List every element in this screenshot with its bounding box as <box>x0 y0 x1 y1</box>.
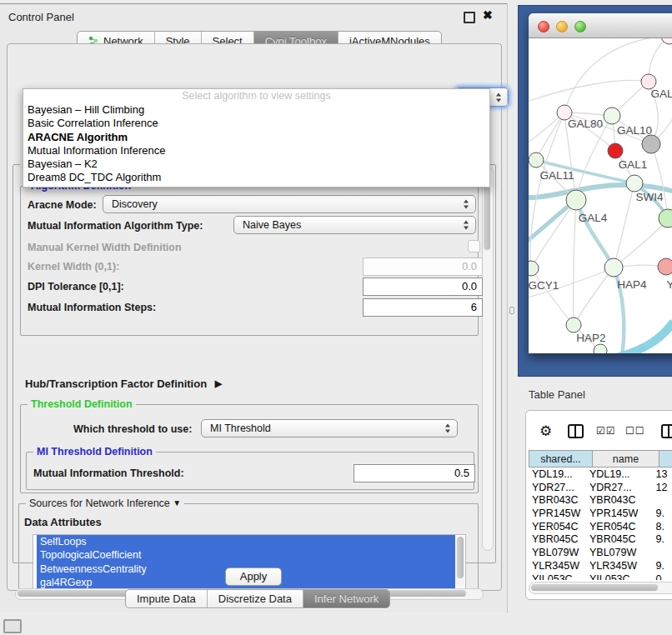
column-header-name[interactable]: name <box>593 450 659 468</box>
network-edge[interactable] <box>564 38 669 112</box>
network-edge[interactable] <box>536 112 564 160</box>
mi-threshold-field[interactable]: 0.5 <box>354 464 475 482</box>
algorithm-definition-group: Algorithm Definition Aracne Mode: Discov… <box>20 186 479 336</box>
network-node[interactable] <box>626 175 643 192</box>
algorithm-option[interactable]: Bayesian – Hill Climbing <box>23 103 489 117</box>
dock-panel-icon[interactable] <box>3 619 22 633</box>
table-row[interactable]: YDR27...YDR27...12 <box>529 482 672 495</box>
table-cell: YLR345W <box>529 560 588 573</box>
panel-divider[interactable] <box>507 3 508 612</box>
hub-section-toggle[interactable]: Hub/Transcription Factor Definition ▶ <box>25 378 217 390</box>
network-node-label: GAL1 <box>619 158 648 171</box>
sources-group-title[interactable]: Sources for Network Inference ▼ <box>26 498 184 509</box>
mi-algorithm-type-combo[interactable]: Naive Bayes <box>233 216 476 234</box>
manual-kernel-checkbox[interactable] <box>468 240 480 252</box>
table-cell: YBL079W <box>529 547 588 560</box>
network-node-label: HAP4 <box>617 278 647 291</box>
algorithm-option[interactable]: Basic Correlation Inference <box>23 117 489 130</box>
algorithm-option[interactable]: ARACNE Algorithm <box>23 131 489 144</box>
algorithm-option[interactable]: Mutual Information Inference <box>23 144 489 158</box>
network-node-label: SWI4 <box>635 191 663 203</box>
algorithm-option[interactable]: Bayesian – K2 <box>23 158 489 171</box>
algorithm-option[interactable]: Dream8 DC_TDC Algorithm <box>23 171 489 184</box>
mi-threshold-group: MI Threshold Definition Mutual Informati… <box>26 452 474 490</box>
zoom-traffic-light-icon[interactable] <box>574 21 586 32</box>
network-edge[interactable] <box>529 200 576 252</box>
network-edge[interactable] <box>530 112 564 268</box>
close-traffic-light-icon[interactable] <box>538 21 549 32</box>
minimize-traffic-light-icon[interactable] <box>556 21 568 32</box>
network-canvas[interactable]: GALGAL80GAL10GAL1GAL11SWI4GAL4GCY1HAP4YH… <box>529 38 672 353</box>
table-mode-icon[interactable] <box>661 424 672 438</box>
table-cell: YBR043C <box>529 494 588 508</box>
deselect-all-checkboxes-icon[interactable]: ☐☐ <box>625 425 645 437</box>
aracne-mode-value: Discovery <box>112 198 158 210</box>
network-window-titlebar[interactable] <box>529 13 672 38</box>
column-header-cut[interactable] <box>659 450 672 468</box>
table-cell: YLR345W <box>588 560 654 573</box>
network-edge[interactable] <box>574 200 576 325</box>
table-row[interactable]: YBR043CYBR043C <box>529 494 672 508</box>
network-node[interactable] <box>566 318 581 332</box>
network-node[interactable] <box>566 190 586 210</box>
divider-handle[interactable] <box>509 307 514 314</box>
network-node[interactable] <box>604 108 620 124</box>
table-row[interactable]: YER054CYER054C8. <box>529 521 672 534</box>
network-node[interactable] <box>529 261 539 276</box>
threshold-definition-group: Threshold Definition Which threshold to … <box>20 404 479 493</box>
which-threshold-combo[interactable]: MI Threshold <box>201 419 458 438</box>
combo-arrows-icon <box>445 424 451 433</box>
network-node-label: GAL11 <box>539 169 574 182</box>
bottom-tabbar: Impute Data Discretize Data Infer Networ… <box>125 589 390 608</box>
table-horizontal-scrollbar[interactable] <box>529 582 672 594</box>
table-cell <box>654 547 672 560</box>
settings-vertical-scrollbar[interactable] <box>482 168 494 551</box>
select-all-checkboxes-icon[interactable]: ☑☑ <box>596 425 616 437</box>
network-node[interactable] <box>604 258 623 277</box>
data-attribute-item[interactable]: SelfLoops <box>37 535 455 548</box>
network-node[interactable] <box>608 143 623 158</box>
network-edge[interactable] <box>529 112 564 152</box>
algorithm-dropdown-hint: Select algorithm to view settings <box>23 89 489 103</box>
network-node[interactable] <box>658 258 672 275</box>
control-panel-title: Control Panel <box>8 11 74 23</box>
scrollbar-thumb[interactable] <box>457 537 464 578</box>
network-node[interactable] <box>661 38 672 44</box>
mi-steps-field[interactable]: 6 <box>363 298 483 317</box>
table-row[interactable]: YBL079WYBL079W <box>529 547 672 560</box>
network-node[interactable] <box>594 344 607 353</box>
table-cell: YIL053C <box>588 573 654 581</box>
network-edge[interactable] <box>614 218 668 268</box>
combo-arrows-icon <box>464 200 469 209</box>
kernel-width-field[interactable]: 0.0 <box>363 258 483 276</box>
table-row[interactable]: YDL19...YDL19...13 <box>529 468 672 482</box>
table-row[interactable]: YIL053CYIL053C0. <box>529 573 672 581</box>
float-window-icon[interactable] <box>464 12 475 23</box>
dpi-tolerance-field[interactable]: 0.0 <box>363 278 483 296</box>
list-vertical-scrollbar[interactable] <box>456 536 464 588</box>
network-edge[interactable] <box>531 268 574 325</box>
network-node-label: GCY1 <box>529 279 559 292</box>
network-node[interactable] <box>642 135 660 153</box>
close-icon[interactable]: ✖ <box>483 8 493 22</box>
network-edge[interactable] <box>529 80 649 107</box>
network-edge[interactable] <box>614 183 634 268</box>
table-cell: YER054C <box>529 521 588 534</box>
network-node[interactable] <box>529 152 544 168</box>
table-row[interactable]: YPR145WYPR145W9. <box>529 508 672 521</box>
tab-impute-data[interactable]: Impute Data <box>126 590 208 608</box>
tab-infer-network[interactable]: Infer Network <box>303 590 389 608</box>
column-header-shared-name[interactable]: shared... <box>529 450 593 468</box>
table-panel-title: Table Panel <box>529 388 585 401</box>
columns-icon[interactable] <box>568 424 584 438</box>
scrollbar-thumb[interactable] <box>531 584 658 591</box>
network-node[interactable] <box>659 209 672 228</box>
gear-icon[interactable]: ⚙ <box>539 422 552 440</box>
aracne-mode-combo[interactable]: Discovery <box>103 195 476 213</box>
table-row[interactable]: YLR345WYLR345W9. <box>529 560 672 573</box>
apply-button[interactable]: Apply <box>225 568 282 586</box>
tab-discretize-data[interactable]: Discretize Data <box>208 590 303 608</box>
table-row[interactable]: YBR045CYBR045C9. <box>529 533 672 547</box>
data-attribute-item[interactable]: TopologicalCoefficient <box>37 548 455 562</box>
control-panel-window: Control Panel ✖ Network Style Select Cyn… <box>0 3 508 612</box>
